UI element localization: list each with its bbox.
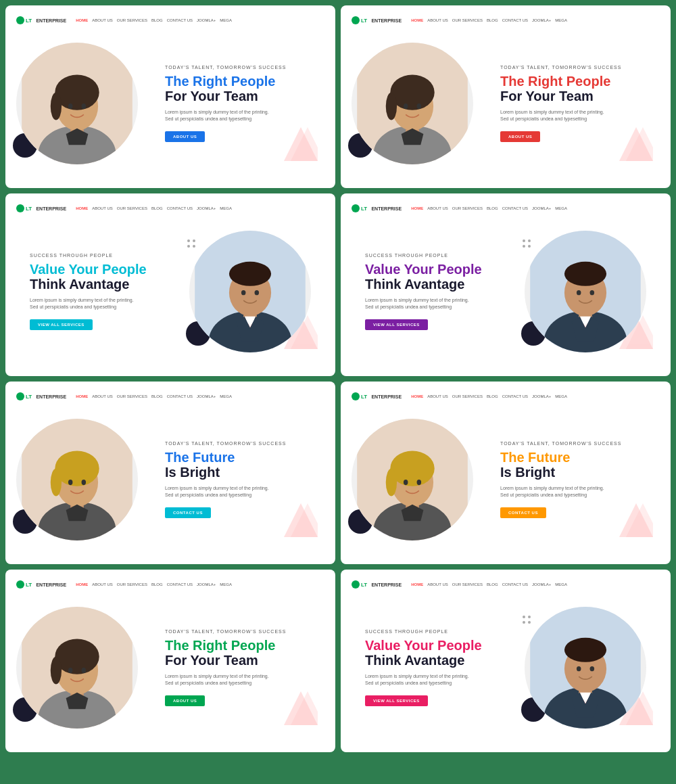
nav-item-mega[interactable]: MEGA <box>555 206 567 210</box>
logo[interactable]: LT ENTERPRISE <box>16 392 66 400</box>
nav-item-home[interactable]: HOME <box>76 394 88 398</box>
svg-point-14 <box>404 103 408 109</box>
headline-line2: Think Avantage <box>365 277 525 292</box>
text-area: SUCCESS THROUGH PEOPLEValue Your PeopleT… <box>352 253 525 331</box>
tagline: TODAY'S TALENT, TOMORROW'S SUCCESS <box>500 65 660 70</box>
nav-item-contact-us[interactable]: CONTACT US <box>167 18 193 22</box>
hero-circle <box>525 607 646 729</box>
tagline: TODAY'S TALENT, TOMORROW'S SUCCESS <box>500 441 660 446</box>
svg-point-27 <box>241 290 246 295</box>
nav-item-mega[interactable]: MEGA <box>220 206 232 210</box>
nav-item-contact-us[interactable]: CONTACT US <box>502 394 528 398</box>
nav-item-about-us[interactable]: ABOUT US <box>92 206 113 210</box>
nav-item-our-services[interactable]: OUR SERVICES <box>452 18 483 22</box>
nav-item-about-us[interactable]: ABOUT US <box>427 582 448 586</box>
nav-item-joomla+[interactable]: JOOMLA+ <box>532 206 551 210</box>
nav-item-our-services[interactable]: OUR SERVICES <box>117 582 147 586</box>
navbar: LT ENTERPRISEHOMEABOUT USOUR SERVICESBLO… <box>352 580 660 589</box>
nav-item-contact-us[interactable]: CONTACT US <box>502 582 528 586</box>
nav-item-joomla+[interactable]: JOOMLA+ <box>532 18 551 22</box>
nav-item-our-services[interactable]: OUR SERVICES <box>452 206 483 210</box>
cta-button[interactable]: VIEW ALL SERVICES <box>30 319 93 330</box>
nav-item-mega[interactable]: MEGA <box>220 394 232 398</box>
nav-item-blog[interactable]: BLOG <box>151 582 163 586</box>
nav-item-blog[interactable]: BLOG <box>487 18 498 22</box>
hero-image-wrap <box>16 43 151 164</box>
card-card-5: LT ENTERPRISEHOMEABOUT USOUR SERVICESBLO… <box>5 382 335 564</box>
svg-point-54 <box>390 451 434 486</box>
svg-point-64 <box>68 668 73 673</box>
dots-decoration <box>186 238 199 254</box>
nav-item-about-us[interactable]: ABOUT US <box>92 394 113 398</box>
logo[interactable]: LT ENTERPRISE <box>16 204 66 212</box>
nav-item-joomla+[interactable]: JOOMLA+ <box>532 394 551 398</box>
cta-button[interactable]: CONTACT US <box>500 507 546 518</box>
headline-line1: The Future <box>165 450 324 465</box>
nav-item-contact-us[interactable]: CONTACT US <box>167 394 193 398</box>
nav-item-contact-us[interactable]: CONTACT US <box>502 206 528 210</box>
nav-item-blog[interactable]: BLOG <box>487 582 498 586</box>
cta-button[interactable]: VIEW ALL SERVICES <box>365 695 428 706</box>
nav-item-home[interactable]: HOME <box>76 18 88 22</box>
card-content: SUCCESS THROUGH PEOPLEValue Your PeopleT… <box>352 594 660 741</box>
nav-item-about-us[interactable]: ABOUT US <box>427 206 448 210</box>
nav-item-blog[interactable]: BLOG <box>487 394 498 398</box>
nav-item-home[interactable]: HOME <box>76 582 88 586</box>
tagline: TODAY'S TALENT, TOMORROW'S SUCCESS <box>165 441 324 446</box>
tagline: TODAY'S TALENT, TOMORROW'S SUCCESS <box>165 629 324 634</box>
nav-item-home[interactable]: HOME <box>411 18 423 22</box>
nav-item-our-services[interactable]: OUR SERVICES <box>452 582 483 586</box>
nav-item-mega[interactable]: MEGA <box>220 582 232 586</box>
nav-item-joomla+[interactable]: JOOMLA+ <box>197 394 216 398</box>
nav-item-home[interactable]: HOME <box>411 582 423 586</box>
nav-item-about-us[interactable]: ABOUT US <box>92 18 113 22</box>
cta-button[interactable]: VIEW ALL SERVICES <box>365 319 428 330</box>
headline-line2: Think Avantage <box>30 277 189 292</box>
logo[interactable]: LT ENTERPRISE <box>16 16 66 24</box>
nav-item-contact-us[interactable]: CONTACT US <box>167 582 193 586</box>
nav-item-blog[interactable]: BLOG <box>487 206 498 210</box>
svg-point-41 <box>590 290 595 295</box>
nav-item-home[interactable]: HOME <box>411 394 423 398</box>
nav-item-contact-us[interactable]: CONTACT US <box>167 206 193 210</box>
nav-item-about-us[interactable]: ABOUT US <box>427 394 448 398</box>
nav-item-our-services[interactable]: OUR SERVICES <box>117 206 147 210</box>
nav-item-joomla+[interactable]: JOOMLA+ <box>197 206 216 210</box>
nav-item-joomla+[interactable]: JOOMLA+ <box>532 582 551 586</box>
nav-item-joomla+[interactable]: JOOMLA+ <box>197 582 216 586</box>
nav-item-our-services[interactable]: OUR SERVICES <box>452 394 483 398</box>
logo[interactable]: LT ENTERPRISE <box>352 204 402 212</box>
svg-point-56 <box>404 480 408 485</box>
nav-item-blog[interactable]: BLOG <box>151 394 163 398</box>
cta-button[interactable]: ABOUT US <box>165 695 205 706</box>
text-area: TODAY'S TALENT, TOMORROW'S SUCCESSThe Ri… <box>487 65 660 143</box>
nav-item-blog[interactable]: BLOG <box>151 18 163 22</box>
card-card-4: LT ENTERPRISEHOMEABOUT USOUR SERVICESBLO… <box>341 193 671 376</box>
logo[interactable]: LT ENTERPRISE <box>352 580 402 589</box>
cta-button[interactable]: CONTACT US <box>165 507 211 518</box>
nav-item-our-services[interactable]: OUR SERVICES <box>117 394 147 398</box>
hero-circle <box>16 419 138 540</box>
svg-point-40 <box>577 290 581 295</box>
hero-circle <box>352 43 473 164</box>
nav-item-home[interactable]: HOME <box>411 206 423 210</box>
nav-item-mega[interactable]: MEGA <box>555 394 567 398</box>
nav-item-home[interactable]: HOME <box>76 206 88 210</box>
logo[interactable]: LT ENTERPRISE <box>352 16 402 24</box>
nav-item-mega[interactable]: MEGA <box>220 18 232 22</box>
nav-item-about-us[interactable]: ABOUT US <box>92 582 113 586</box>
nav-item-mega[interactable]: MEGA <box>555 582 567 586</box>
nav-item-contact-us[interactable]: CONTACT US <box>502 18 528 22</box>
logo[interactable]: LT ENTERPRISE <box>16 580 66 589</box>
logo[interactable]: LT ENTERPRISE <box>352 392 402 400</box>
hero-circle <box>16 607 138 729</box>
nav-item-joomla+[interactable]: JOOMLA+ <box>197 18 216 22</box>
cta-button[interactable]: ABOUT US <box>165 131 205 142</box>
nav-item-mega[interactable]: MEGA <box>555 18 567 22</box>
hero-circle <box>16 43 138 164</box>
nav-item-our-services[interactable]: OUR SERVICES <box>117 18 147 22</box>
description-text: Lorem ipsum is simply dummy text of the … <box>500 485 608 499</box>
nav-item-about-us[interactable]: ABOUT US <box>427 18 448 22</box>
nav-item-blog[interactable]: BLOG <box>151 206 163 210</box>
cta-button[interactable]: ABOUT US <box>500 131 540 142</box>
